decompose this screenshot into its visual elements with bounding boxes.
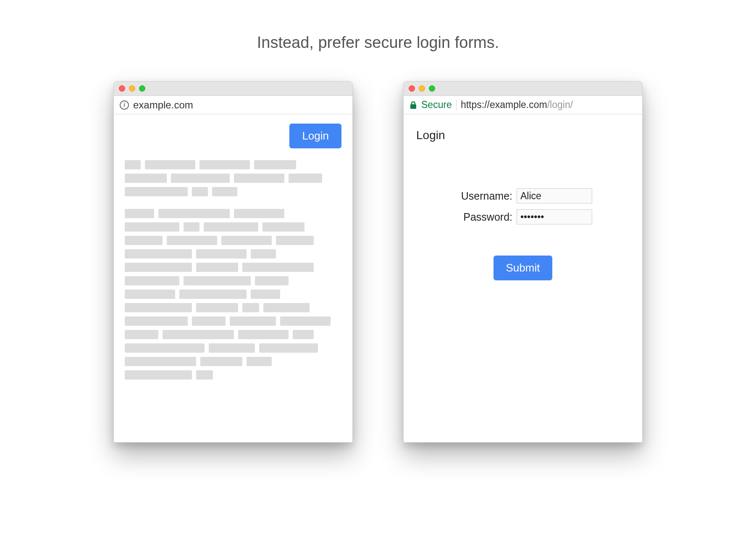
- login-form: Username: Password: Submit: [415, 188, 631, 280]
- address-bar[interactable]: Secure https://example.com/login/: [404, 96, 642, 114]
- url-separator: [456, 100, 457, 111]
- login-button[interactable]: Login: [289, 124, 341, 148]
- secure-window: Secure https://example.com/login/ Login …: [403, 81, 643, 443]
- close-icon[interactable]: [119, 85, 125, 92]
- username-field[interactable]: [517, 188, 592, 203]
- insecure-window: i example.com Login: [113, 81, 353, 443]
- window-titlebar: [404, 82, 642, 96]
- secure-label: Secure: [421, 99, 452, 111]
- lock-icon: [410, 101, 417, 109]
- url-text: https://example.com/login/: [461, 99, 573, 111]
- placeholder-paragraph: [125, 160, 341, 196]
- page-title: Login: [416, 129, 630, 142]
- info-icon[interactable]: i: [120, 100, 129, 110]
- minimize-icon[interactable]: [129, 85, 135, 92]
- windows-container: i example.com Login: [113, 81, 643, 443]
- maximize-icon[interactable]: [429, 85, 435, 92]
- svg-rect-0: [410, 104, 416, 109]
- window-titlebar: [114, 82, 352, 96]
- username-label: Username:: [454, 190, 512, 202]
- address-bar[interactable]: i example.com: [114, 96, 352, 114]
- page-heading: Instead, prefer secure login forms.: [257, 34, 499, 52]
- minimize-icon[interactable]: [419, 85, 425, 92]
- maximize-icon[interactable]: [139, 85, 145, 92]
- url-text: example.com: [133, 99, 193, 111]
- password-label: Password:: [454, 211, 512, 223]
- placeholder-paragraph: [125, 209, 341, 380]
- close-icon[interactable]: [409, 85, 415, 92]
- submit-button[interactable]: Submit: [494, 256, 553, 280]
- url-host: https://example.com: [461, 99, 547, 110]
- url-path: /login/: [547, 99, 573, 110]
- password-field[interactable]: [517, 209, 592, 224]
- page-content: Login Username: Password: Submit: [404, 114, 642, 442]
- page-content: Login: [114, 114, 352, 442]
